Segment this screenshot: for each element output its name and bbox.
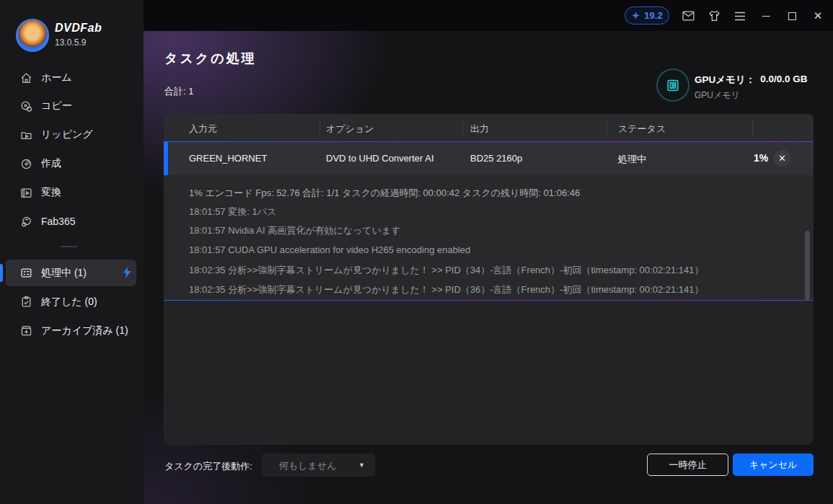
column-header-source: 入力元 (189, 123, 217, 136)
row-progress: 1% (754, 152, 768, 164)
row-output: BD25 2160p (470, 153, 522, 164)
cancel-button-label: キャンセル (749, 459, 798, 472)
home-icon (20, 72, 32, 84)
task-panel: 入力元 オプション 出力 ステータス GREEN_HORNET DVD to U… (164, 114, 814, 445)
log-line: 18:01:57 CUDA GPU acceleration for video… (189, 244, 470, 255)
sidebar-item-creator[interactable]: 作成 (0, 150, 144, 177)
task-item-label: 処理中 (41, 267, 71, 278)
gpu-memory-sublabel: GPUメモリ (695, 89, 740, 102)
log-line: 1% エンコード Fps: 52.76 合計: 1/1 タスクの経過時間: 00… (189, 187, 580, 200)
shirt-icon[interactable] (707, 9, 721, 23)
sidebar-item-copy[interactable]: コピー (0, 92, 144, 120)
column-separator (607, 121, 607, 135)
sidebar-item-home[interactable]: ホーム (0, 64, 144, 92)
sidebar-item-archived[interactable]: アーカイブ済み (1) (0, 317, 144, 345)
titlebar: 19.2 ─ ✕ (144, 0, 833, 31)
table-header: 入力元 オプション 出力 ステータス (164, 114, 814, 142)
sparkle-icon (631, 11, 640, 20)
sidebar-item-label: 作成 (41, 157, 61, 170)
gpu-chip-icon (666, 79, 680, 92)
column-header-option: オプション (326, 123, 374, 136)
log-line: 18:01:57 Nvidia AI 高画質化が有効になっています (189, 224, 401, 237)
sidebar: DVDFab 13.0.5.9 ホーム コピー リッピング (0, 0, 144, 504)
log-bottom-border (164, 300, 814, 301)
credit-badge[interactable]: 19.2 (625, 6, 669, 25)
credit-value: 19.2 (644, 10, 662, 21)
pause-button[interactable]: 一時停止 (647, 454, 728, 476)
chevron-down-icon: ▼ (358, 461, 365, 469)
gpu-memory-value: 0.0/0.0 GB (760, 74, 807, 87)
row-source: GREEN_HORNET (189, 153, 267, 164)
content-area: タスクの処理 合計: 1 GPUメモリ： 0.0/0.0 GB GPUメモリ 入… (144, 31, 833, 504)
log-scrollbar[interactable] (805, 231, 810, 300)
close-button[interactable]: ✕ (811, 9, 825, 23)
hamburger-icon[interactable] (733, 9, 747, 23)
row-close-icon: ✕ (778, 153, 786, 164)
gpu-memory-label: GPUメモリ： (695, 74, 755, 87)
sidebar-item-ripper[interactable]: リッピング (0, 121, 144, 149)
ripper-icon (20, 129, 32, 141)
copy-icon (20, 100, 32, 112)
row-status: 処理中 (618, 153, 646, 166)
sidebar-item-converter[interactable]: 変換 (0, 179, 144, 206)
log-line: 18:02:35 分析>>強制字幕ストリームが見つかりました！ >> PID（3… (189, 283, 704, 296)
log-line: 18:01:57 変換: 1パス (189, 205, 276, 218)
sidebar-item-fab365[interactable]: Fab365 (0, 208, 144, 235)
close-icon: ✕ (814, 9, 823, 23)
column-header-status: ステータス (618, 123, 666, 136)
row-selection-accent (164, 142, 168, 175)
minimize-icon: ─ (762, 9, 770, 23)
minimize-button[interactable]: ─ (759, 9, 773, 23)
task-item-label: アーカイブ済み (41, 324, 113, 336)
column-separator (462, 121, 463, 135)
task-item-count: (1) (116, 324, 128, 336)
sidebar-item-label: ホーム (41, 71, 72, 84)
sidebar-item-label: コピー (41, 100, 72, 112)
pause-button-label: 一時停止 (669, 459, 707, 472)
app-version: 13.0.5.9 (55, 37, 86, 48)
app-window: 19.2 ─ ✕ DVDFab 13.0.5.9 (0, 0, 833, 504)
column-header-output: 出力 (470, 123, 489, 136)
fab365-icon (20, 216, 32, 228)
column-separator (319, 121, 320, 135)
gpu-memory-readout: GPUメモリ： 0.0/0.0 GB (695, 74, 808, 87)
sidebar-item-label: リッピング (41, 128, 93, 141)
converter-icon (20, 187, 32, 199)
after-action-label: タスクの完了後動作: (164, 460, 252, 473)
table-row[interactable]: GREEN_HORNET DVD to UHD Converter AI BD2… (164, 142, 814, 175)
dropdown-value: 何もしません (279, 459, 337, 472)
page-title: タスクの処理 (164, 50, 257, 67)
row-cancel-button[interactable]: ✕ (774, 150, 790, 167)
column-separator (752, 121, 753, 135)
archive-box-icon (20, 324, 32, 337)
task-item-label: 終了した (41, 296, 82, 307)
total-count-label: 合計: 1 (164, 85, 193, 98)
log-line: 18:02:35 分析>>強制字幕ストリームが見つかりました！ >> PID（3… (189, 264, 704, 277)
sidebar-item-label: 変換 (41, 186, 61, 199)
maximize-button[interactable] (785, 9, 799, 23)
task-item-count: (1) (74, 267, 87, 278)
app-name: DVDFab (55, 22, 102, 35)
row-option: DVD to UHD Converter AI (326, 153, 434, 164)
gpu-gauge (656, 68, 689, 102)
cancel-button[interactable]: キャンセル (733, 454, 814, 476)
maximize-icon (788, 12, 796, 20)
after-action-dropdown[interactable]: 何もしません ▼ (262, 454, 375, 477)
sidebar-item-finished[interactable]: 終了した (0) (0, 288, 144, 316)
sidebar-item-label: Fab365 (41, 216, 75, 227)
creator-icon (20, 158, 32, 170)
app-logo-avatar (16, 19, 49, 52)
task-item-count: (0) (85, 296, 97, 307)
sidebar-divider (61, 246, 78, 247)
clipboard-check-icon (20, 296, 32, 308)
task-list-icon (20, 267, 32, 279)
mail-icon[interactable] (681, 9, 695, 23)
lightning-icon (121, 266, 133, 279)
log-area: 1% エンコード Fps: 52.76 合計: 1/1 タスクの経過時間: 00… (164, 175, 814, 300)
